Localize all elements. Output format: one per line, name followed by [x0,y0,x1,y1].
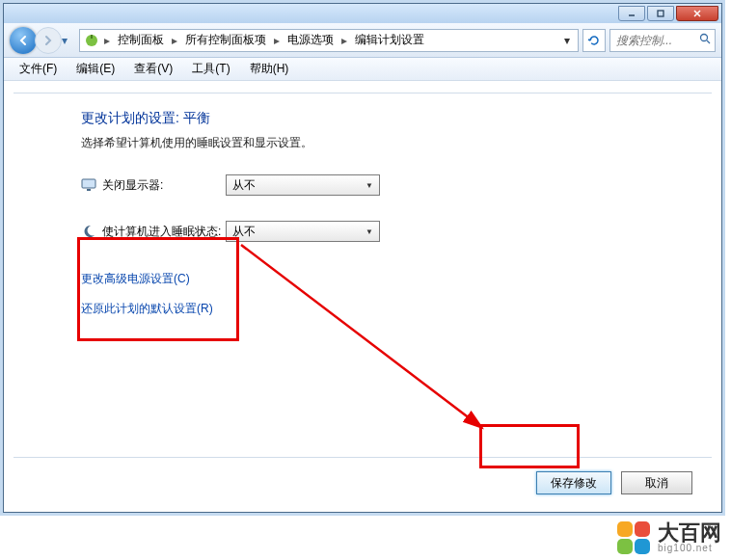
address-bar[interactable]: ▸ 控制面板 ▸ 所有控制面板项 ▸ 电源选项 ▸ 编辑计划设置 ▾ [79,29,579,52]
links-section: 更改高级电源设置(C) 还原此计划的默认设置(R) [81,271,683,317]
minimize-button[interactable] [618,6,645,21]
nav-history-dropdown[interactable]: ▾ [62,34,75,47]
restore-defaults-link[interactable]: 还原此计划的默认设置(R) [81,301,683,317]
advanced-settings-link[interactable]: 更改高级电源设置(C) [81,271,683,287]
search-icon [699,33,711,47]
dropdown-value: 从不 [232,224,256,240]
back-button[interactable] [10,27,37,54]
watermark: 大百网 big100.net [617,521,721,554]
control-panel-window: ▾ ▸ 控制面板 ▸ 所有控制面板项 ▸ 电源选项 ▸ 编辑计划设置 ▾ 文件(… [3,3,722,513]
close-icon [692,9,702,18]
display-off-dropdown[interactable]: 从不 ▼ [226,174,380,196]
breadcrumb-item[interactable]: 所有控制面板项 [182,30,269,50]
svg-line-7 [707,40,710,43]
setting-label-text: 使计算机进入睡眠状态: [102,224,221,240]
setting-label-sleep: 使计算机进入睡眠状态: [81,224,226,240]
chevron-down-icon: ▼ [366,227,373,236]
menu-help[interactable]: 帮助(H) [244,59,295,79]
refresh-button[interactable] [582,29,606,52]
cancel-button[interactable]: 取消 [621,471,692,494]
watermark-logo-icon [617,521,650,554]
address-dropdown-icon[interactable]: ▾ [560,34,574,47]
footer-buttons: 保存修改 取消 [536,471,692,494]
maximize-icon [656,9,665,18]
divider [14,457,712,458]
breadcrumb-separator-icon: ▸ [101,34,113,47]
breadcrumb-item[interactable]: 控制面板 [115,30,167,50]
divider [14,93,712,93]
monitor-icon [81,177,96,193]
sleep-dropdown[interactable]: 从不 ▼ [226,221,380,242]
nav-toolbar: ▾ ▸ 控制面板 ▸ 所有控制面板项 ▸ 电源选项 ▸ 编辑计划设置 ▾ [4,23,721,58]
breadcrumb-item[interactable]: 编辑计划设置 [352,30,427,50]
menu-file[interactable]: 文件(F) [14,59,63,79]
page-subtitle: 选择希望计算机使用的睡眠设置和显示设置。 [81,135,683,151]
watermark-name: 大百网 [658,522,721,544]
button-label: 取消 [645,475,668,492]
breadcrumb-item[interactable]: 电源选项 [284,30,337,50]
search-input[interactable] [614,33,699,48]
menu-edit[interactable]: 编辑(E) [70,59,121,79]
menu-bar: 文件(F) 编辑(E) 查看(V) 工具(T) 帮助(H) [4,58,721,81]
svg-point-6 [701,35,708,41]
chevron-down-icon: ▼ [366,181,373,190]
svg-rect-8 [82,179,95,188]
svg-rect-9 [87,189,91,191]
button-label: 保存修改 [551,475,597,492]
watermark-url: big100.net [658,544,721,553]
window-titlebar [4,4,721,23]
nav-arrows: ▾ [10,27,75,54]
content-area: 更改计划的设置: 平衡 选择希望计算机使用的睡眠设置和显示设置。 关闭显示器: … [4,81,721,512]
setting-label-display: 关闭显示器: [81,177,226,194]
breadcrumb-separator-icon: ▸ [271,34,283,47]
forward-button[interactable] [35,27,62,54]
watermark-text: 大百网 big100.net [658,522,721,553]
moon-icon [81,224,96,239]
save-button[interactable]: 保存修改 [536,471,611,494]
refresh-icon [587,34,601,47]
annotation-box [479,424,580,468]
close-button[interactable] [676,6,718,21]
breadcrumb-separator-icon: ▸ [338,34,350,47]
breadcrumb-separator-icon: ▸ [169,34,180,47]
page-title: 更改计划的设置: 平衡 [81,110,683,127]
svg-rect-5 [91,35,93,39]
control-panel-icon [84,33,99,48]
forward-arrow-icon [41,34,55,47]
menu-view[interactable]: 查看(V) [128,59,178,79]
search-box[interactable] [609,29,716,52]
settings-grid: 关闭显示器: 从不 ▼ 使计算机进入睡眠状态: 从不 ▼ [81,174,683,242]
minimize-icon [627,9,636,18]
svg-rect-1 [658,11,663,16]
menu-tools[interactable]: 工具(T) [186,59,235,79]
back-arrow-icon [16,34,30,47]
dropdown-value: 从不 [232,177,256,194]
setting-label-text: 关闭显示器: [102,177,163,194]
maximize-button[interactable] [647,6,674,21]
